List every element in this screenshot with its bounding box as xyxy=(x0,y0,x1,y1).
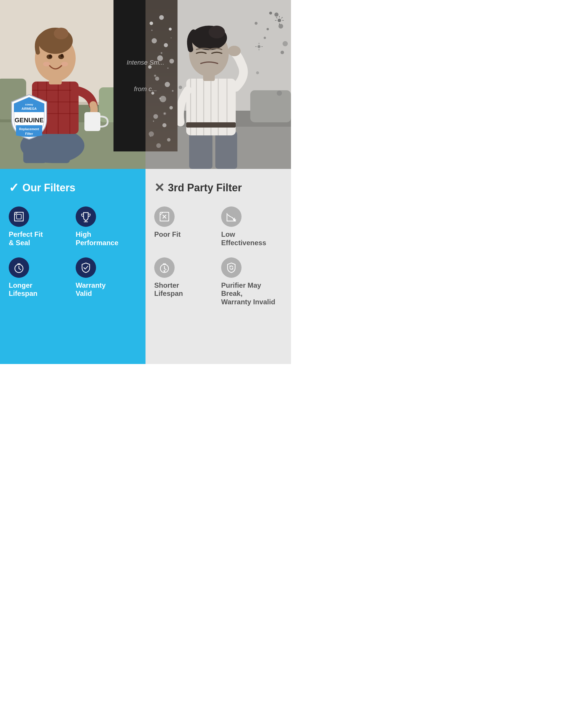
high-performance-icon-circle xyxy=(76,206,96,227)
shorter-lifespan-label: ShorterLifespan xyxy=(154,281,183,298)
svg-point-89 xyxy=(164,43,168,47)
feature-shorter-lifespan: ShorterLifespan xyxy=(154,257,215,306)
svg-point-97 xyxy=(169,106,173,109)
purifier-break-icon xyxy=(226,262,237,273)
xmark-icon: ✕ xyxy=(154,181,164,195)
svg-text:AIRMEGA: AIRMEGA xyxy=(22,107,37,110)
svg-point-96 xyxy=(160,96,166,102)
low-effectiveness-icon-circle xyxy=(221,206,242,227)
low-effectiveness-label: LowEffectiveness xyxy=(221,230,266,247)
feature-longer-lifespan: LongerLifespan xyxy=(9,257,70,298)
svg-point-23 xyxy=(43,62,50,67)
high-performance-icon xyxy=(80,211,91,222)
our-filters-panel: ✓ Our Filters Perfect Fit& xyxy=(0,169,145,364)
feature-perfect-fit: Perfect Fit& Seal xyxy=(9,206,70,247)
svg-rect-8 xyxy=(50,134,70,163)
svg-point-42 xyxy=(255,22,257,25)
bottom-comparison-section: ✓ Our Filters Perfect Fit& xyxy=(0,169,291,364)
svg-point-75 xyxy=(228,46,241,56)
feature-low-effectiveness: LowEffectiveness xyxy=(221,206,282,247)
svg-point-20 xyxy=(54,28,68,39)
svg-point-98 xyxy=(154,114,158,119)
svg-text:GENUINE: GENUINE xyxy=(15,116,44,124)
svg-text:Replacement: Replacement xyxy=(19,127,39,131)
third-party-features-grid: Poor Fit LowEffe xyxy=(154,206,282,306)
svg-point-100 xyxy=(149,131,154,136)
svg-point-27 xyxy=(60,54,63,57)
svg-point-88 xyxy=(151,38,157,43)
svg-point-99 xyxy=(162,123,166,127)
purifier-break-label: Purifier May Break,Warranty Invalid xyxy=(221,281,282,306)
svg-rect-62 xyxy=(215,131,237,169)
svg-point-40 xyxy=(267,28,269,30)
longer-lifespan-icon-circle xyxy=(9,257,29,278)
svg-point-74 xyxy=(209,26,225,38)
svg-rect-70 xyxy=(186,122,236,128)
svg-rect-60 xyxy=(250,90,291,122)
longer-lifespan-icon xyxy=(13,262,24,273)
filter-overlay-text: Intense Sm... from c... xyxy=(108,58,183,94)
perfect-fit-icon-circle xyxy=(9,206,29,227)
purifier-break-icon-circle xyxy=(221,257,242,278)
svg-point-26 xyxy=(49,54,52,58)
third-party-title: ✕ 3rd Party Filter xyxy=(154,181,282,195)
svg-point-87 xyxy=(169,28,172,31)
feature-poor-fit: Poor Fit xyxy=(154,206,215,247)
checkmark-icon: ✓ xyxy=(9,181,19,195)
longer-lifespan-label: LongerLifespan xyxy=(9,281,37,298)
perfect-fit-label: Perfect Fit& Seal xyxy=(9,230,43,247)
svg-point-43 xyxy=(278,19,281,22)
fit-seal-icon xyxy=(13,211,24,222)
svg-point-39 xyxy=(274,12,278,17)
warranty-icon xyxy=(80,262,91,273)
third-party-panel: ✕ 3rd Party Filter xyxy=(145,169,291,364)
poor-fit-icon-circle xyxy=(154,206,175,227)
svg-text:coway: coway xyxy=(25,103,33,106)
filter-comparison: Intense Sm... from c... xyxy=(113,0,177,151)
shorter-lifespan-icon xyxy=(159,262,170,273)
svg-point-85 xyxy=(149,22,153,25)
feature-purifier-break: Purifier May Break,Warranty Invalid xyxy=(221,257,282,306)
warranty-icon-circle xyxy=(76,257,96,278)
svg-point-24 xyxy=(61,62,68,67)
our-features-grid: Perfect Fit& Seal xyxy=(9,206,137,298)
poor-fit-icon xyxy=(159,211,170,222)
svg-text:Filter: Filter xyxy=(25,132,33,135)
svg-rect-25 xyxy=(84,112,101,131)
svg-point-101 xyxy=(167,138,170,141)
warranty-label: WarrantyValid xyxy=(76,281,106,298)
high-performance-label: HighPerformance xyxy=(76,230,118,247)
svg-line-120 xyxy=(164,268,166,270)
feature-warranty: WarrantyValid xyxy=(76,257,137,298)
svg-rect-104 xyxy=(17,214,21,219)
svg-point-50 xyxy=(257,45,260,48)
our-filters-title: ✓ Our Filters xyxy=(9,181,137,195)
feature-high-performance: HighPerformance xyxy=(76,206,137,247)
top-photo-section: coway AIRMEGA GENUINE Replacement Filter xyxy=(0,0,291,169)
svg-point-102 xyxy=(156,143,161,148)
main-container: coway AIRMEGA GENUINE Replacement Filter xyxy=(0,0,291,364)
svg-point-41 xyxy=(282,41,288,46)
shorter-lifespan-icon-circle xyxy=(154,257,175,278)
poor-fit-label: Poor Fit xyxy=(154,230,181,239)
genuine-badge: coway AIRMEGA GENUINE Replacement Filter xyxy=(9,93,50,140)
svg-point-86 xyxy=(159,15,164,20)
svg-line-111 xyxy=(19,268,21,270)
low-effectiveness-icon xyxy=(226,211,237,222)
